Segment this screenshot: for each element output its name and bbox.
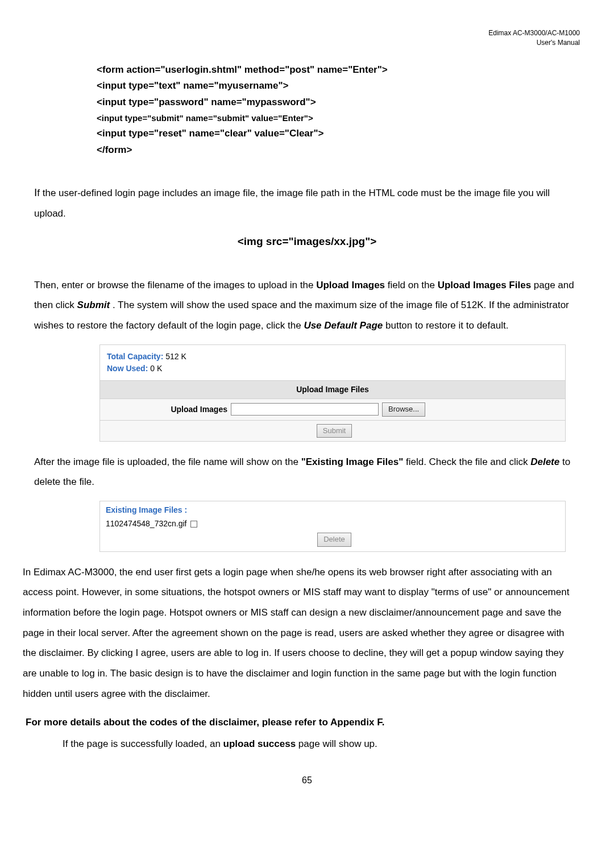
total-capacity-label: Total Capacity: — [107, 352, 165, 361]
delete-button[interactable]: Delete — [317, 533, 351, 546]
p3-bi1: Delete — [530, 456, 559, 467]
delete-row: Delete — [106, 533, 559, 546]
now-used-label: Now Used: — [107, 364, 150, 373]
p2-bi2: Use Default Page — [304, 320, 383, 331]
paragraph-2: Then, enter or browse the filename of th… — [34, 275, 580, 336]
p2-t1: Then, enter or browse the filename of th… — [34, 280, 316, 290]
header-line2: User's Manual — [537, 39, 580, 47]
upload-capacity-row: Total Capacity: 512 K Now Used: 0 K — [100, 345, 565, 381]
html-code-block-1: <form action="userlogin.shtml" method="p… — [97, 62, 580, 159]
total-capacity-value: 512 K — [165, 352, 186, 361]
paragraph-1: If the user-defined login page includes … — [34, 181, 580, 225]
browse-button[interactable]: Browse... — [382, 402, 425, 416]
p6-t1: If the page is successfully loaded, an — [63, 738, 223, 749]
existing-file-row: 1102474548_732cn.gif — [106, 518, 559, 530]
code-line: </form> — [97, 142, 580, 159]
p3-b1: "Existing Image Files" — [301, 456, 404, 467]
upload-images-label: Upload Images — [106, 404, 231, 416]
paragraph-3: After the image file is uploaded, the fi… — [34, 452, 580, 492]
existing-file-name: 1102474548_732cn.gif — [106, 519, 186, 528]
para1-text: f the user-defined login page includes a… — [34, 188, 550, 219]
submit-button[interactable]: Submit — [317, 424, 352, 438]
p2-t5: button to restore it to default. — [385, 320, 508, 331]
paragraph-6: If the page is successfully loaded, an u… — [63, 734, 580, 754]
p2-b1: Upload Images — [316, 280, 385, 290]
code-line: <input type="submit" name="submit" value… — [97, 111, 580, 126]
existing-files-title: Existing Image Files : — [106, 505, 559, 516]
upload-submit-row: Submit — [100, 421, 565, 441]
upload-section-title: Upload Image Files — [100, 381, 565, 400]
p2-bi1: Submit — [77, 300, 110, 310]
header-line1: Edimax AC-M3000/AC-M1000 — [488, 29, 580, 37]
p6-b1: upload success — [223, 738, 296, 749]
upload-image-files-panel: Total Capacity: 512 K Now Used: 0 K Uplo… — [99, 344, 566, 442]
paragraph-4: In Edimax AC-M3000, the end user first g… — [23, 562, 580, 704]
code-line: <form action="userlogin.shtml" method="p… — [97, 62, 580, 78]
now-used-value: 0 K — [150, 364, 162, 373]
page-number: 65 — [34, 774, 580, 787]
existing-file-checkbox[interactable] — [190, 521, 197, 528]
doc-header: Edimax AC-M3000/AC-M1000 User's Manual — [34, 28, 580, 48]
existing-image-files-panel: Existing Image Files : 1102474548_732cn.… — [99, 501, 566, 551]
p2-t2: field on the — [388, 280, 438, 290]
code-line: <input type="password" name="mypassword"… — [97, 94, 580, 111]
paragraph-5: For more details about the codes of the … — [26, 712, 580, 733]
p2-b2: Upload Images Files — [438, 280, 531, 290]
p3-t2: field. Check the file and click — [406, 456, 530, 467]
code-line: <input type="text" name="myusername"> — [97, 78, 580, 94]
code-line: <input type="reset" name="clear" value="… — [97, 126, 580, 142]
upload-images-input[interactable] — [231, 403, 379, 416]
p6-t2: page will show up. — [298, 738, 377, 749]
p3-t1: After the image file is uploaded, the fi… — [34, 456, 301, 467]
center-code-line: <img src="images/xx.jpg"> — [34, 234, 580, 250]
upload-images-row: Upload Images Browse... — [100, 399, 565, 420]
